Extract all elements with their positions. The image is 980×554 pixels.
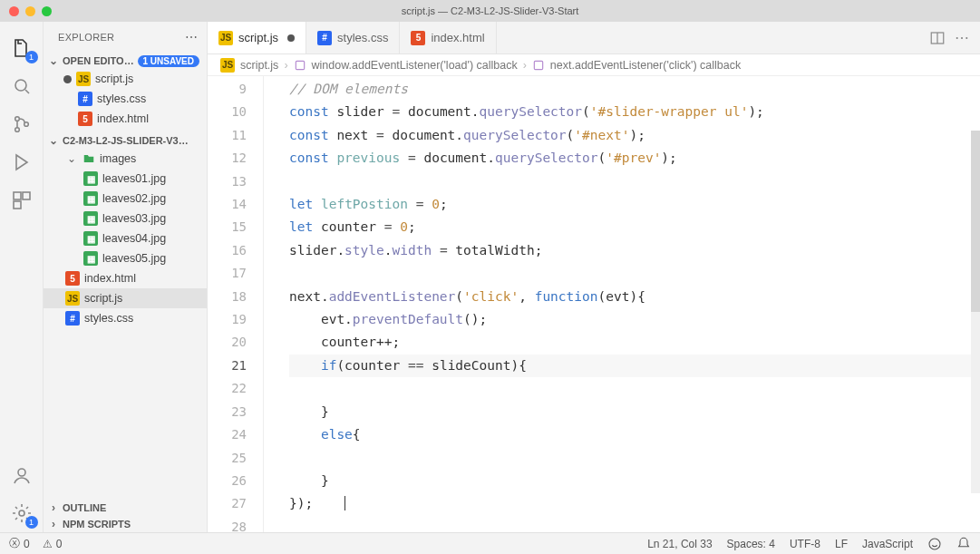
file-tree-item[interactable]: ▦leaves05.jpg (44, 248, 207, 268)
breadcrumb-symbol-2[interactable]: next.addEventListener('click') callback (550, 59, 741, 72)
status-eol[interactable]: LF (835, 538, 848, 550)
html-file-icon: 5 (78, 112, 92, 126)
file-name-label: styles.css (84, 312, 133, 325)
chevron-right-icon: › (284, 59, 287, 72)
editor-tab[interactable]: JS script.js (208, 22, 306, 53)
js-file-icon: JS (76, 72, 91, 86)
line-number-gutter: 910111213141516171819202122232425262728 (208, 76, 264, 532)
status-bar: ⓧ 0 ⚠ 0 Ln 21, Col 33 Spaces: 4 UTF-8 LF… (0, 532, 980, 554)
sidebar-title: EXPLORER (58, 32, 114, 43)
svg-rect-6 (14, 201, 21, 209)
svg-point-1 (15, 117, 19, 121)
svg-point-3 (24, 122, 28, 127)
file-name-label: leaves03.jpg (102, 212, 166, 225)
svg-point-12 (929, 539, 940, 549)
css-file-icon: # (317, 31, 332, 45)
chevron-right-icon: › (47, 501, 60, 514)
js-file-icon: JS (220, 58, 235, 73)
search-activity-icon[interactable] (0, 67, 44, 105)
feedback-icon[interactable] (927, 537, 942, 551)
dirty-dot-icon (63, 75, 72, 83)
breadcrumbs[interactable]: JS script.js › window.addEventListener('… (208, 54, 980, 76)
svg-point-7 (18, 469, 25, 476)
project-section[interactable]: ⌄ C2-M3-L2-JS-SLIDER-V3… (44, 132, 207, 149)
npm-scripts-section[interactable]: › NPM SCRIPTS (44, 516, 207, 532)
file-name-label: script.js (95, 73, 133, 85)
css-file-icon: # (78, 92, 92, 106)
status-encoding[interactable]: UTF-8 (790, 538, 820, 550)
file-tree-item[interactable]: ▦leaves02.jpg (44, 189, 207, 209)
errors-count[interactable]: 0 (24, 538, 30, 550)
code-editor[interactable]: 910111213141516171819202122232425262728 … (208, 76, 980, 532)
project-label: C2-M3-L2-JS-SLIDER-V3… (63, 135, 189, 146)
explorer-badge: 1 (25, 51, 38, 63)
status-language[interactable]: JavaScript (862, 538, 913, 550)
outline-section[interactable]: › OUTLINE (44, 500, 207, 516)
svg-rect-10 (296, 61, 304, 69)
minimap-thumb[interactable] (971, 131, 980, 312)
js-file-icon: JS (65, 291, 80, 306)
explorer-activity-icon[interactable]: 1 (0, 29, 44, 67)
img-file-icon: ▦ (83, 251, 98, 266)
status-ln-col[interactable]: Ln 21, Col 33 (647, 538, 712, 550)
account-activity-icon[interactable] (0, 456, 44, 494)
editor-tabs: JS script.js # styles.css 5 index.html ⋯ (208, 22, 980, 54)
source-control-activity-icon[interactable] (0, 105, 44, 143)
warnings-icon[interactable]: ⚠ (43, 538, 53, 550)
file-name-label: leaves05.jpg (102, 252, 166, 265)
settings-activity-icon[interactable]: 1 (0, 494, 44, 532)
chevron-down-icon: ⌄ (47, 134, 60, 147)
chevron-down-icon: ⌄ (65, 152, 78, 165)
css-file-icon: # (65, 311, 80, 326)
file-name-label: styles.css (97, 92, 146, 105)
open-editor-item[interactable]: JS script.js (44, 69, 207, 89)
svg-point-8 (19, 510, 24, 516)
chevron-right-icon: › (523, 59, 527, 72)
file-tree-item[interactable]: 5index.html (44, 268, 207, 288)
run-activity-icon[interactable] (0, 143, 44, 181)
more-actions-icon[interactable]: ⋯ (955, 29, 969, 46)
breadcrumb-file[interactable]: script.js (240, 59, 278, 72)
explorer-sidebar: EXPLORER ⋯ ⌄ OPEN EDITO… 1 UNSAVED JS sc… (44, 22, 208, 532)
img-file-icon: ▦ (83, 191, 98, 206)
file-name-label: leaves02.jpg (102, 192, 166, 205)
titlebar: script.js — C2-M3-L2-JS-Slider-V3-Start (0, 0, 980, 22)
img-file-icon: ▦ (83, 211, 98, 226)
open-editors-section[interactable]: ⌄ OPEN EDITO… 1 UNSAVED (44, 53, 207, 69)
code-content[interactable]: // DOM elementsconst slider = document.q… (264, 76, 980, 532)
file-name-label: index.html (97, 112, 149, 125)
file-name-label: script.js (84, 292, 122, 305)
breadcrumb-symbol-1[interactable]: window.addEventListener('load') callback (312, 59, 518, 72)
file-tree-item[interactable]: ▦leaves04.jpg (44, 228, 207, 248)
editor-tab[interactable]: 5 index.html (400, 22, 496, 53)
file-name-label: leaves04.jpg (102, 232, 166, 245)
file-tree-item[interactable]: ▦leaves01.jpg (44, 169, 207, 189)
folder-images[interactable]: ⌄ images (44, 149, 207, 169)
editor-tab[interactable]: # styles.css (306, 22, 400, 53)
activity-bar: 1 1 (0, 22, 44, 532)
outline-label: OUTLINE (63, 502, 106, 513)
dirty-dot-icon (287, 34, 295, 42)
status-spaces[interactable]: Spaces: 4 (727, 538, 775, 550)
split-editor-icon[interactable] (929, 30, 946, 46)
more-icon[interactable]: ⋯ (185, 30, 198, 44)
tab-label: styles.css (337, 31, 388, 44)
html-file-icon: 5 (65, 271, 80, 286)
notifications-icon[interactable] (956, 537, 971, 551)
js-file-icon: JS (218, 31, 233, 45)
file-tree-item[interactable]: #styles.css (44, 308, 207, 328)
folder-icon (82, 151, 95, 166)
folder-label: images (100, 152, 136, 165)
chevron-right-icon: › (47, 518, 60, 530)
errors-icon[interactable]: ⓧ (9, 536, 20, 551)
file-tree-item[interactable]: JSscript.js (44, 288, 207, 308)
warnings-count[interactable]: 0 (56, 538, 63, 550)
html-file-icon: 5 (411, 31, 425, 45)
npm-label: NPM SCRIPTS (63, 519, 131, 530)
file-tree-item[interactable]: ▦leaves03.jpg (44, 209, 207, 228)
open-editor-item[interactable]: 5 index.html (44, 109, 207, 129)
extensions-activity-icon[interactable] (0, 181, 44, 219)
svg-point-2 (15, 128, 19, 132)
open-editor-item[interactable]: # styles.css (44, 89, 207, 109)
img-file-icon: ▦ (83, 231, 98, 246)
